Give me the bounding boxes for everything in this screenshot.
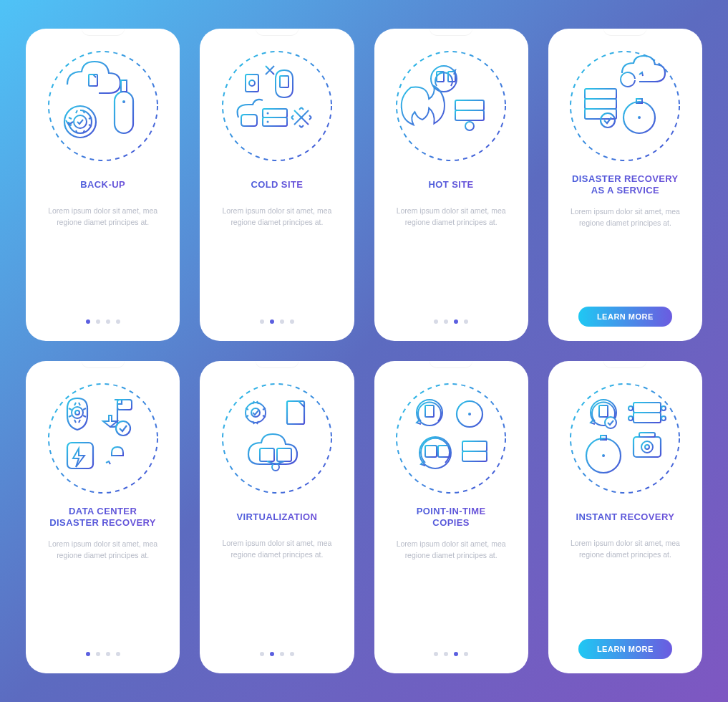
- cold-site-icon: [220, 49, 334, 163]
- card-title: INSTANT RECOVERY: [576, 506, 674, 529]
- pagination-dot[interactable]: [96, 319, 100, 324]
- pagination-dot[interactable]: [290, 652, 294, 656]
- pagination-dot[interactable]: [106, 319, 110, 324]
- card-title: VIRTUALIZATION: [236, 506, 317, 529]
- card-dc-dr: DATA CENTER DISASTER RECOVERYLorem ipsum…: [26, 361, 180, 673]
- svg-rect-1: [89, 74, 97, 86]
- card-instant-recovery: INSTANT RECOVERYLorem ipsum dolor sit am…: [548, 361, 702, 673]
- draas-icon: [568, 49, 682, 163]
- svg-point-58: [116, 421, 130, 436]
- svg-rect-115: [639, 433, 655, 437]
- pagination-dot[interactable]: [106, 652, 110, 656]
- svg-point-103: [628, 406, 633, 410]
- card-body: Lorem ipsum dolor sit amet, mea regione …: [39, 538, 167, 562]
- pagination-dot[interactable]: [434, 652, 438, 656]
- pagination-dot[interactable]: [116, 652, 120, 656]
- pagination-dot[interactable]: [116, 319, 120, 324]
- pagination-dots[interactable]: [260, 642, 294, 659]
- svg-rect-15: [263, 117, 287, 126]
- svg-rect-112: [634, 437, 661, 457]
- backup-icon: [46, 49, 160, 163]
- card-grid: BACK-UPLorem ipsum dolor sit amet, mea r…: [26, 29, 702, 673]
- pagination-dot[interactable]: [454, 652, 458, 656]
- svg-rect-95: [599, 405, 608, 417]
- pagination-dot[interactable]: [464, 652, 468, 656]
- svg-point-44: [601, 113, 615, 128]
- card-pit-copies: POINT-IN-TIME COPIESLorem ipsum dolor si…: [374, 361, 528, 673]
- svg-point-16: [266, 112, 268, 115]
- card-title: HOT SITE: [429, 173, 474, 196]
- svg-point-32: [465, 122, 474, 130]
- pagination-dot[interactable]: [444, 652, 448, 656]
- card-title: COLD SITE: [251, 173, 303, 196]
- card-title: DISASTER RECOVERY AS A SERVICE: [572, 173, 679, 197]
- pagination-dot[interactable]: [260, 319, 264, 324]
- pagination-dot[interactable]: [280, 319, 284, 324]
- svg-point-106: [661, 416, 666, 420]
- card-body: Lorem ipsum dolor sit amet, mea regione …: [387, 205, 515, 229]
- pagination-dot[interactable]: [464, 319, 468, 324]
- dc-dr-icon: [46, 381, 160, 496]
- pagination-dot[interactable]: [96, 652, 100, 656]
- svg-point-96: [605, 417, 616, 428]
- card-hot-site: HOT SITELorem ipsum dolor sit amet, mea …: [374, 29, 528, 341]
- pagination-dot[interactable]: [260, 652, 264, 656]
- pagination-dot[interactable]: [454, 319, 458, 324]
- virtualization-icon: [220, 381, 334, 496]
- pagination-dots[interactable]: [86, 309, 120, 327]
- pagination-dot[interactable]: [270, 319, 274, 324]
- card-body: Lorem ipsum dolor sit amet, mea regione …: [387, 538, 515, 562]
- card-cold-site: COLD SITELorem ipsum dolor sit amet, mea…: [200, 29, 354, 341]
- svg-point-113: [641, 441, 653, 453]
- svg-point-4: [122, 100, 125, 103]
- svg-rect-14: [263, 109, 287, 117]
- svg-rect-85: [425, 446, 437, 457]
- card-virtualization: VIRTUALIZATIONLorem ipsum dolor sit amet…: [200, 361, 354, 673]
- learn-more-button[interactable]: LEARN MORE: [578, 639, 672, 659]
- svg-point-55: [72, 407, 83, 418]
- card-back-up: BACK-UPLorem ipsum dolor sit amet, mea r…: [26, 29, 180, 341]
- svg-point-93: [571, 384, 679, 493]
- card-body: Lorem ipsum dolor sit amet, mea regione …: [39, 205, 167, 229]
- svg-point-63: [246, 403, 266, 423]
- svg-point-56: [75, 410, 79, 415]
- pagination-dots[interactable]: [86, 642, 120, 659]
- learn-more-button[interactable]: LEARN MORE: [578, 307, 672, 327]
- svg-point-17: [266, 121, 268, 123]
- pagination-dot[interactable]: [444, 319, 448, 324]
- svg-point-62: [223, 384, 331, 493]
- card-title: DATA CENTER DISASTER RECOVERY: [49, 506, 156, 529]
- pagination-dot[interactable]: [434, 319, 438, 324]
- card-body: Lorem ipsum dolor sit amet, mea regione …: [213, 537, 341, 561]
- hot-site-icon: [394, 49, 508, 163]
- pagination-dot[interactable]: [280, 652, 284, 656]
- svg-point-54: [49, 384, 157, 493]
- card-body: Lorem ipsum dolor sit amet, mea regione …: [561, 206, 689, 229]
- svg-point-75: [397, 384, 505, 493]
- svg-rect-13: [280, 76, 288, 87]
- svg-point-84: [419, 437, 451, 468]
- card-title: POINT-IN-TIME COPIES: [417, 506, 486, 529]
- svg-point-64: [251, 408, 260, 417]
- pagination-dots[interactable]: [434, 642, 468, 659]
- pagination-dot[interactable]: [290, 319, 294, 324]
- card-body: Lorem ipsum dolor sit amet, mea regione …: [213, 205, 341, 229]
- svg-point-76: [417, 400, 442, 425]
- svg-point-0: [49, 52, 157, 160]
- pagination-dots[interactable]: [260, 309, 294, 327]
- pit-copies-icon: [394, 381, 508, 496]
- svg-rect-3: [121, 80, 127, 92]
- svg-point-114: [645, 445, 649, 449]
- svg-point-9: [223, 52, 331, 160]
- svg-point-105: [628, 416, 633, 420]
- pagination-dot[interactable]: [86, 652, 90, 656]
- svg-point-104: [661, 406, 666, 410]
- card-draas: DISASTER RECOVERY AS A SERVICELorem ipsu…: [548, 29, 702, 341]
- svg-point-8: [74, 115, 87, 128]
- instant-recovery-icon: [568, 381, 682, 496]
- pagination-dot[interactable]: [270, 652, 274, 656]
- pagination-dot[interactable]: [86, 319, 90, 324]
- card-body: Lorem ipsum dolor sit amet, mea regione …: [561, 537, 689, 561]
- pagination-dots[interactable]: [434, 309, 468, 327]
- svg-rect-77: [425, 405, 434, 417]
